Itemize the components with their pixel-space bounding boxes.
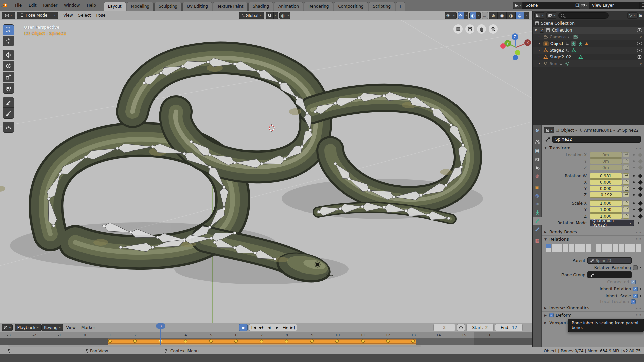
keyframe-diamond-icon[interactable] bbox=[638, 192, 643, 197]
proportional-editing-dropdown[interactable]: ∨ bbox=[286, 12, 290, 19]
bone-layer-cell[interactable] bbox=[636, 244, 641, 248]
bone-joint[interactable] bbox=[151, 246, 154, 249]
animate-dot[interactable] bbox=[633, 160, 635, 162]
bone-layer-cell[interactable] bbox=[624, 248, 630, 252]
animate-dot[interactable] bbox=[640, 288, 641, 290]
bone-joint[interactable] bbox=[447, 217, 450, 220]
bone-joint[interactable] bbox=[314, 110, 317, 113]
local-location-checkbox[interactable]: ✓ bbox=[631, 299, 636, 304]
tab-object-data[interactable] bbox=[533, 208, 542, 217]
breadcrumb-bone[interactable]: Spine22 bbox=[617, 128, 639, 133]
tab-view-layer[interactable] bbox=[533, 155, 542, 163]
bone-joint[interactable] bbox=[47, 197, 50, 200]
bone-layer-cell[interactable] bbox=[636, 248, 641, 252]
bone-joint[interactable] bbox=[317, 210, 320, 213]
bone-joint[interactable] bbox=[103, 224, 105, 227]
gizmo-x-positive[interactable] bbox=[500, 43, 506, 49]
bone-joint[interactable] bbox=[210, 237, 213, 240]
tab-shading[interactable]: Shading bbox=[248, 2, 273, 11]
camera-expand-arrow[interactable]: ‣ bbox=[538, 35, 542, 39]
bone-joint[interactable] bbox=[143, 82, 146, 84]
rotation-value-field[interactable]: 0.000 bbox=[590, 179, 622, 185]
navigation-gizmo[interactable]: Z Y X bbox=[499, 23, 531, 73]
camera-view-button[interactable] bbox=[465, 24, 474, 34]
bone-joint[interactable] bbox=[233, 246, 236, 249]
viewport-menu-select[interactable]: Select bbox=[76, 12, 94, 18]
bone-layer-cell[interactable] bbox=[557, 244, 563, 248]
mode-dropdown[interactable]: Pose Mode ∨ bbox=[17, 12, 58, 19]
keying-dropdown[interactable]: Keying∨ bbox=[41, 324, 63, 331]
collection-disclosure[interactable]: ▼ bbox=[535, 28, 538, 32]
viewport-canvas[interactable] bbox=[0, 11, 532, 323]
scene-name-field[interactable]: Scene bbox=[523, 2, 573, 9]
camera-data-icon[interactable] bbox=[573, 35, 578, 39]
outliner-row-camera[interactable]: ‣ Camera ∨ bbox=[533, 34, 644, 40]
timeline-editor-type-button[interactable]: ∨ bbox=[2, 324, 13, 331]
panel-header-deform[interactable]: ▶✓ Deform∷∷ bbox=[542, 311, 644, 319]
bone-joint[interactable] bbox=[233, 232, 236, 234]
lock-icon[interactable] bbox=[623, 173, 629, 178]
gizmos-dropdown[interactable]: ∨ bbox=[464, 12, 469, 19]
lock-icon[interactable] bbox=[623, 152, 629, 157]
eye-icon[interactable] bbox=[637, 55, 642, 59]
panel-header-bendy-bones[interactable]: ▶Bendy Bones∷∷ bbox=[542, 228, 644, 235]
keyframe-diamond-icon[interactable] bbox=[638, 165, 643, 170]
viewport-timeline-divider[interactable] bbox=[0, 323, 532, 323]
animate-dot[interactable] bbox=[633, 167, 635, 168]
bone-joint[interactable] bbox=[129, 231, 132, 234]
tab-scene[interactable] bbox=[533, 163, 542, 172]
animate-dot[interactable] bbox=[633, 215, 635, 217]
bone-joint[interactable] bbox=[306, 112, 308, 115]
keyframe-diamond-icon[interactable] bbox=[638, 152, 643, 157]
snap-toggle[interactable] bbox=[266, 12, 274, 19]
use-preview-range-button[interactable] bbox=[457, 324, 465, 331]
bone-joint[interactable] bbox=[213, 241, 216, 244]
bone-joint[interactable] bbox=[151, 145, 154, 148]
tab-render[interactable] bbox=[533, 138, 542, 146]
proportional-editing-toggle[interactable]: ◎ bbox=[279, 12, 286, 19]
menu-edit[interactable]: Edit bbox=[25, 2, 39, 9]
bone-joint[interactable] bbox=[257, 70, 260, 73]
sun-hide-icon[interactable]: ∨ bbox=[640, 62, 642, 66]
tab-object[interactable]: ▣ bbox=[533, 183, 542, 191]
bone-joint[interactable] bbox=[450, 124, 452, 126]
stage2-expand-arrow[interactable]: ‣ bbox=[538, 49, 542, 52]
bone-layer-cell[interactable] bbox=[546, 248, 551, 252]
bone-joint[interactable] bbox=[156, 236, 159, 239]
play-button[interactable]: ▶ bbox=[273, 324, 281, 331]
properties-editor-type-button[interactable]: ∨ bbox=[544, 127, 554, 133]
bone-joint[interactable] bbox=[116, 147, 119, 150]
overlays-toggle[interactable]: ◐ bbox=[469, 12, 476, 19]
relative-parenting-checkbox[interactable] bbox=[633, 265, 638, 270]
bone-layer-cell[interactable] bbox=[619, 244, 624, 248]
viewport-menu-pose[interactable]: Pose bbox=[94, 12, 108, 18]
inherit-rotation-checkbox[interactable]: ✓ bbox=[633, 287, 638, 291]
panel-header-inverse-kinematics[interactable]: ▶Inverse Kinematics∷∷ bbox=[542, 304, 644, 311]
outliner-properties-divider[interactable] bbox=[533, 125, 644, 125]
lock-icon[interactable] bbox=[623, 192, 629, 197]
blender-logo-icon[interactable] bbox=[1, 3, 8, 8]
location-value-field[interactable]: 0m bbox=[590, 152, 622, 158]
animate-dot[interactable] bbox=[640, 267, 641, 268]
animate-dot[interactable] bbox=[633, 194, 635, 196]
bone-joint[interactable] bbox=[279, 82, 281, 84]
animate-dot[interactable] bbox=[640, 295, 641, 297]
bone-joint[interactable] bbox=[309, 129, 312, 131]
bone-layer-cell[interactable] bbox=[613, 244, 619, 248]
armature-data-icon[interactable] bbox=[578, 41, 583, 46]
inherit-scale-checkbox[interactable]: ✓ bbox=[633, 294, 638, 298]
outliner-row-object[interactable]: ‣ Object bbox=[533, 40, 644, 47]
bone-layer-cell[interactable] bbox=[630, 244, 636, 248]
auto-keyframe-button[interactable]: ● bbox=[239, 324, 248, 331]
visibility-toggle[interactable]: 👁 bbox=[445, 12, 452, 19]
location-value-field[interactable]: 0m bbox=[590, 165, 622, 170]
lock-icon[interactable] bbox=[623, 186, 629, 191]
outliner-editor-type-button[interactable]: ∨ bbox=[534, 12, 545, 19]
gizmos-toggle[interactable]: ↷ bbox=[458, 12, 464, 19]
overlays-dropdown[interactable]: ∨ bbox=[476, 12, 481, 19]
tab-layout[interactable]: Layout bbox=[104, 2, 126, 11]
keyframe-diamond-icon[interactable] bbox=[638, 214, 643, 218]
snap-options-dropdown[interactable]: ∨ bbox=[274, 12, 278, 19]
lock-icon[interactable] bbox=[623, 180, 629, 185]
location-value-field[interactable]: 0m bbox=[590, 158, 622, 164]
